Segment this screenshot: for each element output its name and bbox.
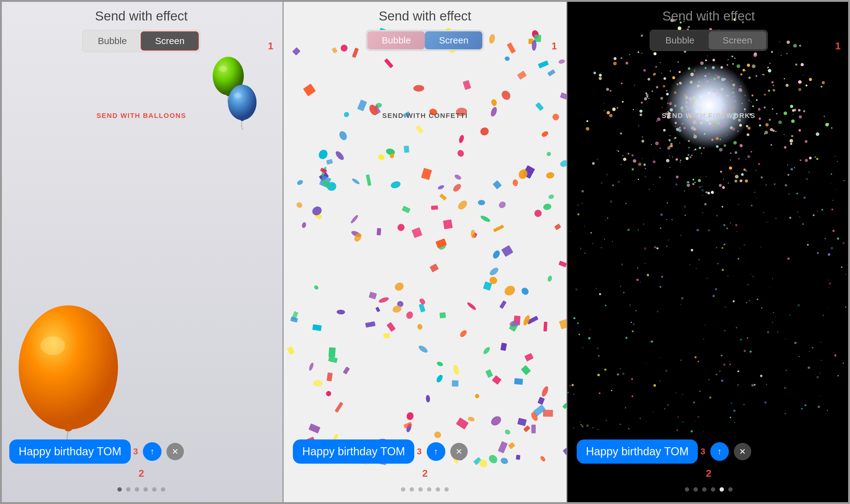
balloons-send-button[interactable] xyxy=(143,442,161,461)
confetti-piece xyxy=(538,397,545,405)
confetti-piece xyxy=(554,223,561,230)
confetti-piece xyxy=(544,322,548,331)
confetti-piece xyxy=(387,322,396,332)
confetti-piece xyxy=(500,89,512,102)
confetti-piece xyxy=(559,159,567,168)
cdot-4[interactable] xyxy=(427,487,431,491)
confetti-step-3: 3 xyxy=(417,447,422,456)
balloons-effect-label: SEND WITH BALLOONS xyxy=(97,112,186,120)
dot-2[interactable] xyxy=(126,487,131,491)
confetti-piece xyxy=(491,99,498,107)
confetti-piece xyxy=(384,58,394,68)
fdot-2[interactable] xyxy=(693,487,698,491)
confetti-piece xyxy=(317,148,329,161)
confetti-piece xyxy=(559,261,567,268)
confetti-piece xyxy=(514,378,523,385)
confetti-piece xyxy=(396,222,405,232)
balloons-tab-screen[interactable]: Screen xyxy=(141,31,199,51)
balloons-step-1: 1 xyxy=(268,40,274,52)
fdot-4[interactable] xyxy=(711,487,715,491)
confetti-message-area: Happy birthday TOM 3 xyxy=(283,439,566,464)
confetti-piece xyxy=(393,281,405,292)
dot-3[interactable] xyxy=(135,487,139,491)
dot-1[interactable] xyxy=(117,487,122,491)
balloons-header: Send with effect Bubble Screen xyxy=(0,0,283,52)
panel-balloons: Send with effect Bubble Screen 1 xyxy=(0,0,283,504)
confetti-piece xyxy=(456,199,469,211)
balloons-scene xyxy=(0,0,283,504)
confetti-piece xyxy=(343,367,350,375)
balloons-message-bubble: Happy birthday TOM xyxy=(9,439,131,464)
confetti-piece xyxy=(426,395,430,402)
svg-point-7 xyxy=(234,93,241,98)
confetti-piece xyxy=(546,151,552,157)
confetti-piece xyxy=(452,364,460,376)
fdot-1[interactable] xyxy=(685,487,689,491)
confetti-piece xyxy=(488,266,500,277)
confetti-piece xyxy=(492,249,502,260)
confetti-piece xyxy=(538,60,549,68)
confetti-piece xyxy=(431,205,438,210)
confetti-piece xyxy=(478,200,485,205)
confetti-piece xyxy=(500,343,507,351)
svg-point-4 xyxy=(219,66,227,72)
confetti-piece xyxy=(313,380,323,387)
cdot-1[interactable] xyxy=(401,487,405,491)
confetti-piece xyxy=(326,391,331,397)
fireworks-title: Send with effect xyxy=(662,9,755,23)
confetti-close-button[interactable] xyxy=(450,443,468,460)
confetti-piece xyxy=(517,418,527,426)
confetti-piece xyxy=(542,203,552,211)
confetti-piece xyxy=(417,323,423,330)
confetti-piece xyxy=(493,225,504,232)
confetti-piece xyxy=(492,375,502,385)
confetti-piece xyxy=(475,394,479,398)
confetti-tab-screen[interactable]: Screen xyxy=(425,31,482,49)
confetti-piece xyxy=(308,362,314,371)
cdot-2[interactable] xyxy=(410,487,414,491)
balloons-step-3: 3 xyxy=(133,447,138,456)
fdot-5[interactable] xyxy=(719,487,724,491)
confetti-piece xyxy=(404,146,409,153)
confetti-piece xyxy=(503,284,517,297)
confetti-piece xyxy=(337,309,345,314)
dot-6[interactable] xyxy=(161,487,165,491)
fireworks-message-area: Happy birthday TOM 3 xyxy=(567,439,850,464)
confetti-send-button[interactable] xyxy=(427,442,445,461)
fireworks-step-3: 3 xyxy=(700,447,705,456)
cdot-6[interactable] xyxy=(445,487,449,491)
fireworks-tab-bubble[interactable]: Bubble xyxy=(651,31,709,49)
confetti-piece xyxy=(489,414,503,427)
confetti-effect-label: SEND WITH CONFETTI xyxy=(382,112,468,120)
fireworks-tab-screen[interactable]: Screen xyxy=(709,31,766,49)
confetti-message-bubble: Happy birthday TOM xyxy=(293,439,414,464)
confetti-piece xyxy=(501,245,513,257)
confetti-piece xyxy=(467,416,475,422)
confetti-piece xyxy=(504,429,511,435)
confetti-tab-bubble[interactable]: Bubble xyxy=(367,31,425,49)
confetti-piece xyxy=(313,285,319,290)
fireworks-page-dots xyxy=(685,487,733,491)
balloons-tab-bubble[interactable]: Bubble xyxy=(84,31,141,51)
confetti-piece xyxy=(562,402,567,409)
confetti-piece xyxy=(559,319,567,329)
confetti-piece xyxy=(459,329,468,338)
confetti-piece xyxy=(489,106,498,117)
confetti-piece xyxy=(454,174,462,181)
fireworks-message-bubble: Happy birthday TOM xyxy=(577,439,698,464)
fireworks-close-button[interactable] xyxy=(734,443,751,460)
dot-5[interactable] xyxy=(152,487,157,491)
fireworks-scene xyxy=(567,0,850,504)
cdot-5[interactable] xyxy=(436,487,440,491)
svg-point-6 xyxy=(228,85,257,120)
balloons-close-button[interactable] xyxy=(167,443,184,460)
confetti-piece xyxy=(548,194,554,200)
fdot-3[interactable] xyxy=(702,487,707,491)
fdot-6[interactable] xyxy=(728,487,733,491)
confetti-piece xyxy=(546,172,555,179)
confetti-piece xyxy=(295,201,303,209)
cdot-3[interactable] xyxy=(418,487,423,491)
fireworks-send-button[interactable] xyxy=(710,442,729,461)
dot-4[interactable] xyxy=(143,487,148,491)
confetti-piece xyxy=(369,292,377,299)
